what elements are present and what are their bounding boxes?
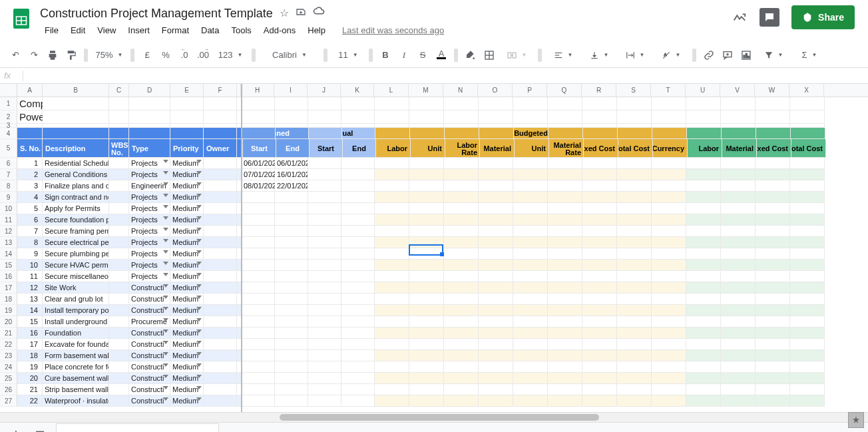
cell[interactable]: 12 <box>17 282 43 294</box>
cell[interactable] <box>409 248 444 260</box>
cell[interactable] <box>237 361 242 373</box>
row-header[interactable]: 14 <box>0 248 17 260</box>
cell[interactable] <box>237 327 242 339</box>
cell[interactable] <box>617 384 652 395</box>
cell[interactable] <box>109 339 129 350</box>
cell[interactable]: Secure HVAC permit <box>43 260 109 271</box>
dropdown-icon[interactable] <box>196 397 202 401</box>
dropdown-icon[interactable] <box>163 284 168 288</box>
cell[interactable] <box>204 361 237 373</box>
dropdown-icon[interactable] <box>163 273 168 276</box>
cell[interactable] <box>721 226 756 237</box>
cell[interactable] <box>721 327 756 339</box>
cell[interactable]: 1 <box>17 158 43 169</box>
cell[interactable]: 9 <box>17 248 43 260</box>
cell[interactable] <box>479 327 513 339</box>
dropdown-icon[interactable] <box>196 352 202 355</box>
cell[interactable] <box>308 271 341 282</box>
cell[interactable]: Medium <box>170 214 204 226</box>
cell[interactable] <box>375 237 409 248</box>
cell[interactable] <box>548 214 582 226</box>
cell[interactable] <box>756 226 790 237</box>
cell[interactable] <box>479 361 513 373</box>
cell[interactable] <box>756 327 790 339</box>
cell[interactable] <box>652 339 686 350</box>
menu-data[interactable]: Data <box>196 23 224 38</box>
cell[interactable] <box>341 203 375 214</box>
cell[interactable] <box>513 180 548 192</box>
cell[interactable]: Projects <box>129 260 170 271</box>
cell[interactable] <box>790 203 825 214</box>
cell[interactable] <box>204 237 237 248</box>
col-C[interactable]: C <box>109 84 129 97</box>
sheets-logo[interactable] <box>8 5 35 32</box>
cell[interactable] <box>790 97 825 110</box>
cell[interactable] <box>375 339 409 350</box>
cell[interactable] <box>582 350 617 361</box>
cell[interactable] <box>375 361 409 373</box>
cell[interactable]: 07/01/2020 <box>242 169 275 180</box>
cell[interactable] <box>237 305 242 316</box>
cell[interactable] <box>409 203 444 214</box>
cell[interactable] <box>513 350 548 361</box>
cell[interactable] <box>242 214 275 226</box>
header-cell[interactable]: End <box>343 139 376 158</box>
dropdown-icon[interactable] <box>196 296 202 299</box>
cell[interactable]: Constructi <box>129 373 170 384</box>
cell[interactable] <box>444 226 479 237</box>
cell[interactable] <box>618 128 652 139</box>
dropdown-icon[interactable] <box>163 386 168 389</box>
cell[interactable] <box>237 110 242 124</box>
halign-button[interactable]: ▼ <box>546 47 580 64</box>
functions-button[interactable]: Σ▼ <box>792 47 827 64</box>
cell[interactable]: 22/01/2020 <box>275 180 308 192</box>
cell[interactable] <box>721 316 756 327</box>
cell[interactable]: Cure basement walls f <box>43 373 109 384</box>
cell[interactable] <box>548 373 582 384</box>
borders-button[interactable] <box>481 47 498 64</box>
cell[interactable] <box>409 110 444 124</box>
cell[interactable] <box>686 214 721 226</box>
cell[interactable] <box>513 260 548 271</box>
cell[interactable] <box>375 350 409 361</box>
cell[interactable] <box>513 214 548 226</box>
cell[interactable] <box>109 260 129 271</box>
cell[interactable] <box>409 226 444 237</box>
cell[interactable] <box>652 395 686 407</box>
cell[interactable] <box>444 282 479 294</box>
cell[interactable] <box>242 97 275 110</box>
cell[interactable] <box>790 180 825 192</box>
cell[interactable] <box>790 226 825 237</box>
cell[interactable] <box>204 226 237 237</box>
cell[interactable] <box>309 128 342 139</box>
cell[interactable] <box>686 169 721 180</box>
cell[interactable] <box>721 97 756 110</box>
row-header[interactable]: 1 <box>0 97 17 110</box>
cell[interactable]: Residential Schedule <box>43 158 109 169</box>
cell[interactable] <box>444 158 479 169</box>
cell[interactable] <box>341 237 375 248</box>
cell[interactable] <box>548 271 582 282</box>
cell[interactable] <box>721 192 756 203</box>
header-cell[interactable]: Fixed Cost <box>757 139 791 158</box>
cell[interactable] <box>652 282 686 294</box>
cell[interactable] <box>409 180 444 192</box>
cell[interactable]: Medium <box>170 271 204 282</box>
cell[interactable] <box>275 226 308 237</box>
col-Q[interactable]: Q <box>547 84 582 97</box>
wrap-button[interactable]: ▼ <box>618 47 652 64</box>
cell[interactable] <box>444 339 479 350</box>
cell[interactable] <box>721 339 756 350</box>
cell[interactable] <box>109 128 129 139</box>
dropdown-icon[interactable] <box>196 205 202 208</box>
cell[interactable] <box>129 97 170 110</box>
dropdown-icon[interactable] <box>163 296 168 299</box>
cell[interactable] <box>721 169 756 180</box>
cell[interactable] <box>548 316 582 327</box>
cell[interactable] <box>275 339 308 350</box>
cell[interactable] <box>204 305 237 316</box>
cell[interactable] <box>686 384 721 395</box>
cell[interactable]: 15 <box>17 316 43 327</box>
cell[interactable] <box>204 294 237 305</box>
cell[interactable] <box>237 294 242 305</box>
